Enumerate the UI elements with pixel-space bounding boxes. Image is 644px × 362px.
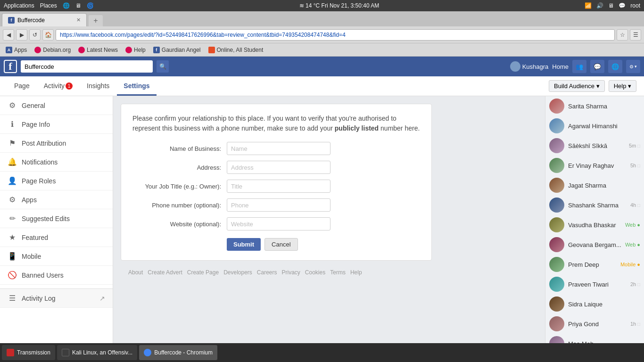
bookmark-help[interactable]: Help [124, 46, 148, 54]
fb-user-display[interactable]: Kushagra [510, 61, 549, 72]
friend-item-3[interactable]: Er Vinay Raghav5h □ [545, 156, 644, 175]
fb-search-button[interactable]: 🔍 [157, 60, 169, 73]
input-phone[interactable] [227, 198, 330, 212]
sidebar-item-featured[interactable]: ★ Featured [0, 228, 113, 247]
sidebar-item-postattribution[interactable]: ⚑ Post Attribution [0, 134, 113, 153]
input-address[interactable] [227, 161, 330, 174]
friend-right-8: Mobile ● [620, 262, 640, 267]
bookmark-fb-icon: f [153, 47, 160, 53]
footer-terms[interactable]: Terms [330, 269, 346, 276]
fb-settings-icon[interactable]: ⚙ ▾ [626, 60, 640, 73]
footer-cookies[interactable]: Cookies [305, 269, 325, 276]
friend-item-1[interactable]: Agarwal Himanshi [545, 116, 644, 136]
build-audience-button[interactable]: Build Audience ▾ [549, 80, 605, 92]
footer-developers[interactable]: Developers [223, 269, 252, 276]
applications-menu[interactable]: Applications [4, 2, 34, 9]
label-website: Website (optional): [132, 221, 227, 228]
friend-item-6[interactable]: Vasudha BhaskarWeb ● [545, 215, 644, 235]
bookmark-latestnews[interactable]: Latest News [76, 46, 120, 54]
footer-createpage[interactable]: Create Page [187, 269, 219, 276]
footer-careers[interactable]: Careers [257, 269, 277, 276]
friend-name-9: Praveen Tiwari [568, 281, 627, 288]
tab-close-button[interactable]: ✕ [76, 17, 81, 23]
footer-help[interactable]: Help [350, 269, 362, 276]
sidebar-item-notifications[interactable]: 🔔 Notifications [0, 153, 113, 172]
sidebar-label-activitylog: Activity Log [22, 295, 56, 302]
address-bar[interactable] [56, 29, 615, 41]
label-business-name: Name of Business: [132, 145, 227, 152]
os-icon3: 🌀 [87, 2, 94, 9]
friend-item-11[interactable]: Priya Gond1h □ [545, 314, 644, 334]
bookmark-online-label: Online, All Student [217, 47, 264, 53]
submit-button[interactable]: Submit [227, 238, 261, 251]
sidebar-item-pageinfo[interactable]: ℹ Page Info [0, 115, 113, 134]
sidebar-item-mobile[interactable]: 📱 Mobile [0, 247, 113, 266]
friend-right-3: 5h □ [630, 163, 640, 168]
content-card: Please confirm your relationship to this… [121, 104, 432, 261]
back-button[interactable]: ◀ [3, 29, 14, 41]
friend-item-7[interactable]: Geovana Bergam...Web ● [545, 235, 644, 255]
sidebar-item-general[interactable]: ⚙ General [0, 96, 113, 115]
reload-button[interactable]: ↺ [29, 29, 41, 41]
home-button[interactable]: 🏠 [42, 29, 54, 41]
places-menu[interactable]: Places [40, 2, 57, 9]
sidebar-item-suggestededits[interactable]: ✏ Suggested Edits [0, 209, 113, 228]
bookmark-online[interactable]: Online, All Student [206, 46, 265, 54]
browser-tab-active[interactable]: f Buffercode ✕ [2, 13, 87, 26]
tab-insights[interactable]: Insights [80, 76, 116, 96]
sidebar-item-bannedusers[interactable]: 🚫 Banned Users [0, 266, 113, 285]
bookmark-apps[interactable]: A Apps [4, 46, 29, 54]
friend-avatar-2 [549, 138, 564, 153]
footer-privacy[interactable]: Privacy [282, 269, 300, 276]
bookmark-button[interactable]: ☆ [617, 29, 628, 41]
sidebar-label-notifications: Notifications [22, 158, 58, 166]
footer-about[interactable]: About [128, 269, 143, 276]
help-dropdown-button[interactable]: Help ▾ [609, 80, 636, 92]
fb-notifications-icon[interactable]: 🌐 [608, 60, 622, 73]
mobile-icon: 📱 [8, 252, 17, 261]
friend-item-8[interactable]: Prem DeepMobile ● [545, 255, 644, 274]
sidebar-item-apps[interactable]: ⚙ Apps [0, 190, 113, 209]
friend-item-5[interactable]: Shashank Sharma4h □ [545, 195, 644, 215]
fb-search-input[interactable] [21, 60, 153, 73]
bookmark-gaurdianangel[interactable]: f Gaurdian Angel [151, 46, 203, 54]
tab-settings[interactable]: Settings [117, 76, 156, 96]
friend-item-9[interactable]: Praveen Tiwari2h □ [545, 274, 644, 294]
sidebar-label-featured: Featured [22, 234, 48, 241]
footer-createadvert[interactable]: Create Advert [148, 269, 182, 276]
friend-item-4[interactable]: Jagat Sharma [545, 175, 644, 195]
input-business-name[interactable] [227, 142, 330, 155]
friend-item-12[interactable]: Maa Meh [545, 334, 644, 343]
os-icon1: 🌐 [63, 2, 70, 9]
menu-button[interactable]: ☰ [630, 29, 641, 41]
friend-msg-icon-3: □ [636, 163, 640, 168]
form-row-website: Website (optional): [132, 217, 420, 230]
tab-activity[interactable]: Activity1 [37, 76, 79, 96]
bookmark-gaurdianangel-label: Gaurdian Angel [162, 47, 201, 53]
friend-avatar-4 [549, 178, 564, 193]
fb-friends-icon[interactable]: 👥 [572, 60, 586, 73]
friend-name-6: Vasudha Bhaskar [568, 222, 621, 229]
friend-avatar-5 [549, 197, 564, 213]
cancel-button[interactable]: Cancel [264, 238, 297, 251]
sidebar-label-mobile: Mobile [22, 253, 41, 260]
input-website[interactable] [227, 217, 330, 230]
tab-title: Buffercode [17, 17, 45, 24]
input-jobtitle[interactable] [227, 180, 330, 193]
fb-home-link[interactable]: Home [552, 63, 569, 70]
chat-icon: 💬 [619, 2, 626, 9]
label-jobtitle: Your Job Title (e.g.: Owner): [132, 183, 227, 190]
friend-item-2[interactable]: Sāèkshī Sīkkā5m □ [545, 136, 644, 156]
bookmark-debian[interactable]: Debian.org [33, 46, 73, 54]
friend-item-10[interactable]: Sidra Laique [545, 294, 644, 314]
new-tab-button[interactable]: + [89, 15, 103, 26]
sidebar-item-activitylog[interactable]: ☰ Activity Log ↗ [0, 288, 113, 308]
friend-avatar-11 [549, 316, 564, 331]
forward-button[interactable]: ▶ [16, 29, 27, 41]
fb-messages-icon[interactable]: 💬 [590, 60, 604, 73]
pageinfo-icon: ℹ [8, 120, 17, 129]
tab-page[interactable]: Page [8, 76, 36, 96]
friend-item-0[interactable]: Sarita Sharma [545, 96, 644, 116]
volume-icon: 🔊 [596, 2, 603, 9]
sidebar-item-pageroles[interactable]: 👤 Page Roles [0, 172, 113, 190]
